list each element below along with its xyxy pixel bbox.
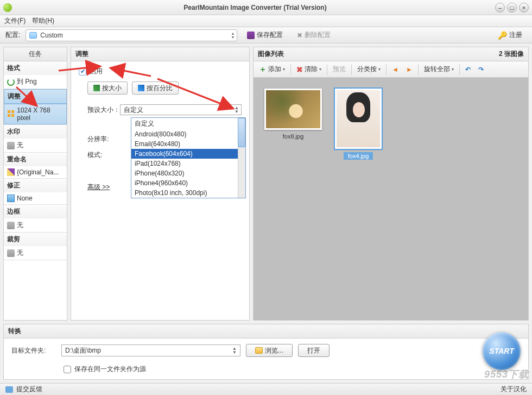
- task-body-format[interactable]: 到 Png: [4, 75, 67, 89]
- preset-label: 预设大小：: [87, 105, 120, 115]
- dropdown-item[interactable]: Photo(8x10 inch, 300dpi): [131, 188, 245, 198]
- menu-help[interactable]: 帮助(H): [32, 16, 54, 26]
- feedback-link[interactable]: 提交反馈: [16, 385, 42, 394]
- feedback-icon: [5, 386, 13, 393]
- thumb-caption: fox4.jpg: [344, 152, 373, 160]
- crop-icon: [7, 249, 15, 257]
- app-icon: [3, 3, 12, 12]
- advanced-link[interactable]: 高级 >>: [87, 183, 110, 191]
- save-same-checkbox[interactable]: [64, 366, 71, 373]
- arrow-left-icon: ◄: [392, 66, 398, 73]
- thumbnail-image: [337, 90, 380, 147]
- dropdown-item[interactable]: 自定义: [131, 118, 245, 129]
- convert-panel: 转换 目标文件夹: D:\桌面\bmp ▲▼ 浏览... 打开 START 保存…: [3, 324, 529, 380]
- dest-label: 目标文件夹:: [11, 346, 56, 355]
- thumb-item[interactable]: fox4.jpg: [335, 89, 382, 160]
- sidebar-header: 任务: [4, 47, 67, 61]
- task-head-crop[interactable]: 裁剪: [4, 233, 67, 246]
- config-label: 配置:: [5, 30, 20, 40]
- dropdown-item[interactable]: Email(640x480): [131, 139, 245, 149]
- delete-icon: ✖: [297, 32, 302, 39]
- redo-icon: ↷: [478, 66, 484, 73]
- next-button[interactable]: ►: [404, 66, 415, 73]
- task-head-fix[interactable]: 修正: [4, 179, 67, 192]
- pencil-icon: [7, 168, 15, 176]
- preset-dropdown[interactable]: 自定义Android(800x480)Email(640x480)Faceboo…: [131, 117, 246, 198]
- dropdown-item[interactable]: Android(800x480): [131, 129, 245, 139]
- task-head-border[interactable]: 边框: [4, 205, 67, 218]
- task-body-crop[interactable]: 无: [4, 246, 67, 260]
- close-button[interactable]: ×: [519, 3, 529, 12]
- key-icon: 🔑: [498, 31, 507, 40]
- task-body-rename[interactable]: {Original_Na...: [4, 166, 67, 178]
- about-link[interactable]: 关于汉化: [501, 385, 527, 394]
- task-body-watermark[interactable]: 无: [4, 139, 67, 152]
- clear-button[interactable]: ✖清除 ▾: [294, 65, 324, 74]
- resolution-label: 分辨率:: [87, 135, 120, 144]
- arrow-right-icon: ►: [406, 66, 413, 73]
- resize-icon: [8, 110, 15, 118]
- task-sidebar: 任务 格式 到 Png 调整 1024 X 768 pixel 水印 无 重命名: [3, 47, 67, 321]
- delete-config-button[interactable]: ✖ 删除配置: [293, 29, 335, 41]
- dropdown-item[interactable]: Facebook(604x604): [131, 149, 245, 159]
- percent-icon: [138, 85, 144, 91]
- x-icon: ✖: [296, 65, 303, 74]
- add-button[interactable]: ＋添加 ▾: [257, 65, 287, 74]
- disk-icon: [247, 32, 255, 39]
- start-button[interactable]: START: [483, 332, 521, 370]
- task-head-resize[interactable]: 调整: [4, 89, 67, 104]
- image-list-panel: 图像列表 2 张图像 ＋添加 ▾ ✖清除 ▾ 预览 分类按 ▾ ◄ ► 旋转全部…: [253, 47, 529, 321]
- dropdown-item[interactable]: iPhone(480x320): [131, 168, 245, 178]
- thumb-item[interactable]: fox8.jpg: [264, 89, 322, 140]
- task-body-resize[interactable]: 1024 X 768 pixel: [4, 104, 67, 124]
- rotate-all-button[interactable]: 旋转全部 ▾: [422, 65, 456, 74]
- thumbnail-area: fox8.jpg fox4.jpg: [254, 78, 528, 320]
- undo-button[interactable]: ↶: [463, 66, 473, 73]
- adjust-header: 调整: [71, 47, 249, 61]
- by-percent-button[interactable]: 按百分比: [132, 81, 179, 95]
- window-title: PearlMountain Image Converter (Trial Ver…: [15, 4, 495, 11]
- save-config-button[interactable]: 保存配置: [243, 29, 287, 41]
- dropdown-scrollbar[interactable]: [238, 118, 245, 198]
- site-watermark: 9553下载: [484, 368, 529, 381]
- task-body-border[interactable]: 无: [4, 218, 67, 232]
- mode-label: 模式:: [87, 151, 120, 160]
- dropdown-item[interactable]: iPad(1024x768): [131, 159, 245, 168]
- thumb-caption: fox8.jpg: [283, 133, 304, 140]
- maximize-button[interactable]: □: [507, 3, 517, 12]
- task-head-watermark[interactable]: 水印: [4, 125, 67, 139]
- task-head-format[interactable]: 格式: [4, 61, 67, 75]
- preset-combo[interactable]: 自定义 ▲▼: [120, 104, 242, 115]
- minimize-button[interactable]: –: [495, 3, 505, 12]
- dropdown-item[interactable]: iPhone4(960x640): [131, 178, 245, 188]
- sort-button[interactable]: 分类按 ▾: [355, 65, 383, 74]
- task-body-fix[interactable]: None: [4, 192, 67, 204]
- enable-label: 启用: [90, 67, 103, 76]
- thumbnail-image: [266, 90, 320, 128]
- task-head-rename[interactable]: 重命名: [4, 153, 67, 166]
- imagelist-toolbar: ＋添加 ▾ ✖清除 ▾ 预览 分类按 ▾ ◄ ► 旋转全部 ▾ ↶ ↷: [254, 61, 528, 78]
- menu-file[interactable]: 文件(F): [4, 16, 26, 26]
- by-size-button[interactable]: 按大小: [87, 81, 128, 95]
- enable-checkbox[interactable]: ✔: [79, 68, 86, 76]
- undo-icon: ↶: [465, 66, 471, 73]
- refresh-icon: [7, 78, 15, 86]
- redo-button[interactable]: ↷: [476, 66, 486, 73]
- imagelist-count: 2 张图像: [499, 49, 524, 59]
- browse-button[interactable]: 浏览...: [246, 344, 293, 357]
- scrollbar-thumb[interactable]: [238, 118, 245, 147]
- image-icon: [7, 195, 15, 202]
- config-select[interactable]: Custom ▲▼: [26, 29, 237, 41]
- config-toolbar: 配置: Custom ▲▼ 保存配置 ✖ 删除配置 🔑 注册: [0, 27, 532, 43]
- open-button[interactable]: 打开: [298, 344, 330, 357]
- save-same-label: 保存在同一文件夹作为源: [74, 365, 146, 374]
- folder-icon: [255, 347, 263, 354]
- dest-input[interactable]: D:\桌面\bmp ▲▼: [61, 344, 240, 356]
- preview-button[interactable]: 预览: [331, 65, 348, 74]
- menubar: 文件(F) 帮助(H): [0, 15, 532, 27]
- register-button[interactable]: 🔑 注册: [493, 29, 527, 41]
- statusbar: 提交反馈 关于汉化: [0, 383, 532, 395]
- titlebar: PearlMountain Image Converter (Trial Ver…: [0, 0, 532, 15]
- prev-button[interactable]: ◄: [390, 66, 401, 73]
- config-value: Custom: [40, 32, 62, 39]
